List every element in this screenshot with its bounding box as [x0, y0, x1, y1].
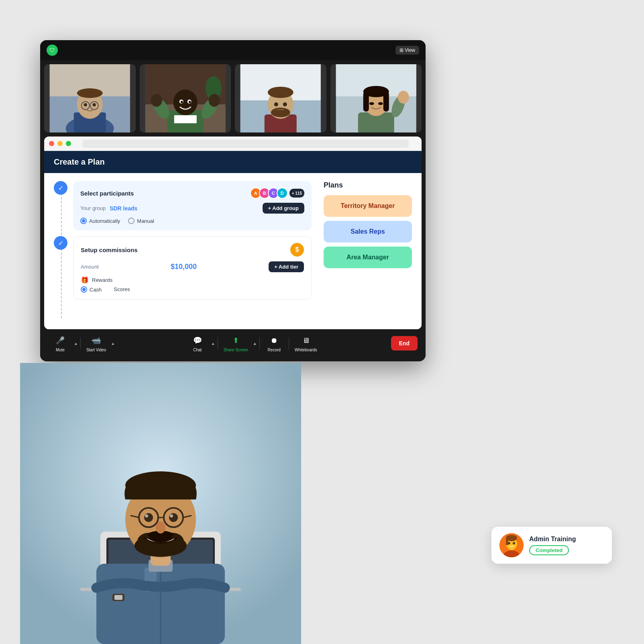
svg-rect-74	[112, 594, 124, 601]
svg-point-73	[170, 514, 173, 518]
svg-point-82	[513, 542, 515, 544]
svg-point-63	[148, 531, 173, 539]
divider-3	[259, 337, 260, 349]
svg-point-10	[84, 103, 87, 106]
divider-2	[218, 337, 218, 349]
radio-manual[interactable]: Manual	[128, 218, 154, 224]
plans-title: Plans	[324, 181, 412, 190]
svg-rect-53	[96, 564, 225, 644]
step-2-check: ✓	[54, 236, 67, 250]
svg-point-62	[161, 533, 184, 550]
right-panel: Plans Territory Manager Sales Reps Area …	[324, 181, 412, 322]
svg-line-69	[183, 516, 192, 518]
notif-content: Admin Training Completed	[529, 536, 604, 555]
add-tier-button[interactable]: + Add tier	[269, 261, 304, 272]
maximize-button[interactable]	[66, 141, 71, 146]
app-header: Create a Plan	[44, 151, 422, 173]
svg-rect-55	[145, 568, 157, 592]
svg-point-60	[135, 534, 187, 557]
svg-rect-57	[151, 544, 171, 566]
video-icon: 📹	[90, 334, 102, 346]
svg-rect-79	[506, 538, 508, 545]
cash-scores-row: Cash Scores	[81, 286, 304, 293]
group-value: SDR leads	[110, 205, 137, 212]
radio-cash-dot	[81, 286, 87, 293]
radio-manual-dot	[128, 218, 135, 224]
notification-card: Admin Training Completed	[491, 527, 612, 564]
svg-point-59	[125, 471, 196, 499]
radio-automatically[interactable]: Automatically	[80, 218, 120, 224]
notif-status-badge: Completed	[529, 545, 569, 555]
view-button[interactable]: ⊞ View	[395, 46, 419, 55]
reward-row: 🎁 Rewards	[81, 276, 304, 284]
svg-point-52	[96, 572, 225, 644]
timeline-line	[61, 185, 62, 318]
plan-sales-reps[interactable]: Sales Reps	[324, 221, 412, 243]
video-call-window: 🛡 ⊞ View	[40, 40, 426, 361]
svg-point-6	[77, 88, 103, 98]
mute-button[interactable]: 🎤 Mute	[48, 333, 72, 354]
amount-row: Amount $10,000 + Add tier	[81, 261, 304, 272]
mute-icon: 🎤	[54, 334, 66, 346]
chat-button[interactable]: 💬 Chat	[185, 333, 210, 354]
commissions-card: Setup commissions $ Amount $10,000 + Add…	[73, 236, 312, 300]
svg-rect-49	[100, 532, 221, 592]
window-chrome	[44, 137, 422, 151]
svg-point-34	[274, 102, 278, 106]
card-header: Select participants A B C D + 115	[80, 187, 304, 199]
svg-point-18	[151, 94, 162, 107]
svg-point-71	[169, 513, 178, 522]
svg-rect-43	[363, 92, 369, 112]
url-bar	[82, 140, 409, 148]
video-tile-2	[140, 64, 231, 132]
select-participants-card: Select participants A B C D + 115 Your g…	[73, 181, 312, 230]
svg-point-19	[208, 94, 220, 107]
record-button[interactable]: ⏺ Record	[262, 333, 286, 354]
chat-icon: 💬	[192, 334, 204, 346]
whiteboard-button[interactable]: 🖥 Whiteboards	[291, 333, 320, 354]
video-tile-3	[235, 64, 326, 132]
avatar-count: + 115	[289, 189, 304, 198]
video-caret[interactable]: ▲	[111, 341, 115, 346]
add-group-button[interactable]: + Add group	[263, 203, 304, 214]
svg-point-35	[283, 102, 287, 106]
svg-point-66	[164, 508, 183, 527]
minimize-button[interactable]	[57, 141, 63, 146]
end-button[interactable]: End	[391, 336, 418, 351]
step-1-check: ✓	[54, 181, 67, 195]
whiteboard-icon: 🖥	[300, 334, 312, 346]
svg-point-11	[93, 103, 96, 106]
comm-header: Setup commissions $	[81, 243, 304, 257]
chat-caret[interactable]: ▲	[211, 341, 215, 346]
radio-cash[interactable]: Cash	[81, 286, 102, 293]
whiteboard-label: Whiteboards	[295, 348, 317, 352]
mute-caret[interactable]: ▲	[74, 341, 78, 346]
plan-area-manager[interactable]: Area Manager	[324, 247, 412, 268]
scores-label: Scores	[114, 286, 130, 293]
svg-rect-21	[174, 115, 196, 123]
shield-icon: 🛡	[47, 45, 58, 56]
svg-point-72	[145, 514, 148, 518]
svg-point-20	[173, 90, 197, 115]
center-controls: 💬 Chat ▲ ⬆ Share Screen ▲ ⏺ Record 🖥 Whi…	[185, 333, 320, 354]
video-tile-1	[44, 64, 136, 132]
share-caret[interactable]: ▲	[253, 341, 257, 346]
close-button[interactable]	[49, 141, 54, 146]
gift-icon: 🎁	[81, 276, 89, 284]
radio-auto-label: Automatically	[89, 218, 120, 224]
bottom-controls: 🎤 Mute ▲ 📹 Start Video ▲ 💬 Chat ▲ ⬆	[40, 329, 426, 357]
plan-territory-manager[interactable]: Territory Manager	[324, 195, 412, 217]
radio-row: Automatically Manual	[80, 218, 304, 224]
record-icon: ⏺	[268, 334, 280, 346]
video-button[interactable]: 📹 Start Video	[83, 333, 109, 354]
group-label: Your group	[80, 205, 106, 211]
video-tile-4	[330, 64, 422, 132]
svg-point-70	[144, 513, 153, 522]
avatar-4: D	[277, 187, 288, 199]
share-screen-label: Share Screen	[224, 348, 248, 352]
share-screen-button[interactable]: ⬆ Share Screen	[220, 333, 251, 354]
divider-1	[80, 337, 81, 349]
svg-point-46	[378, 102, 383, 105]
svg-point-24	[180, 101, 183, 103]
top-bar: 🛡 ⊞ View	[40, 40, 426, 60]
